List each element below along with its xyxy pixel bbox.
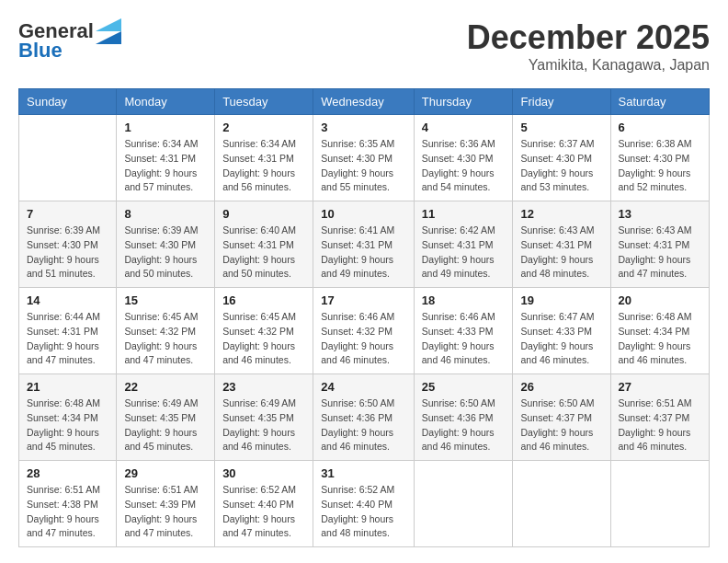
- day-info: Sunrise: 6:35 AM Sunset: 4:30 PM Dayligh…: [321, 137, 406, 195]
- calendar-row-4: 28Sunrise: 6:51 AM Sunset: 4:38 PM Dayli…: [19, 461, 710, 547]
- day-number: 28: [27, 466, 108, 480]
- day-info: Sunrise: 6:51 AM Sunset: 4:37 PM Dayligh…: [619, 396, 701, 454]
- calendar-cell: 6Sunrise: 6:38 AM Sunset: 4:30 PM Daylig…: [610, 115, 709, 201]
- day-number: 5: [520, 121, 602, 134]
- day-number: 16: [222, 293, 305, 307]
- day-info: Sunrise: 6:51 AM Sunset: 4:39 PM Dayligh…: [124, 483, 207, 541]
- day-number: 21: [27, 380, 108, 394]
- day-number: 17: [321, 293, 406, 307]
- calendar-cell: 12Sunrise: 6:43 AM Sunset: 4:31 PM Dayli…: [513, 201, 610, 288]
- calendar-cell: 10Sunrise: 6:41 AM Sunset: 4:31 PM Dayli…: [313, 201, 415, 288]
- calendar-header-thursday: Thursday: [414, 89, 513, 115]
- month-title: December 2025: [467, 18, 710, 57]
- day-info: Sunrise: 6:43 AM Sunset: 4:31 PM Dayligh…: [520, 224, 602, 282]
- day-number: 13: [619, 207, 701, 221]
- day-number: 19: [520, 293, 602, 307]
- day-info: Sunrise: 6:45 AM Sunset: 4:32 PM Dayligh…: [124, 310, 207, 368]
- calendar-cell: 11Sunrise: 6:42 AM Sunset: 4:31 PM Dayli…: [414, 201, 513, 288]
- day-number: 29: [124, 466, 207, 480]
- calendar-table: SundayMondayTuesdayWednesdayThursdayFrid…: [18, 88, 710, 547]
- day-info: Sunrise: 6:36 AM Sunset: 4:30 PM Dayligh…: [422, 137, 506, 195]
- day-number: 10: [321, 207, 406, 221]
- day-info: Sunrise: 6:50 AM Sunset: 4:36 PM Dayligh…: [422, 396, 506, 454]
- calendar-cell: 1Sunrise: 6:34 AM Sunset: 4:31 PM Daylig…: [117, 115, 215, 201]
- day-info: Sunrise: 6:50 AM Sunset: 4:37 PM Dayligh…: [520, 396, 602, 454]
- day-number: 20: [619, 293, 701, 307]
- day-info: Sunrise: 6:49 AM Sunset: 4:35 PM Dayligh…: [124, 396, 207, 454]
- calendar-cell: 5Sunrise: 6:37 AM Sunset: 4:30 PM Daylig…: [513, 115, 610, 201]
- calendar-header-friday: Friday: [513, 89, 610, 115]
- day-info: Sunrise: 6:52 AM Sunset: 4:40 PM Dayligh…: [222, 483, 305, 541]
- day-number: 12: [520, 207, 602, 221]
- day-number: 27: [619, 380, 701, 394]
- calendar-cell: 16Sunrise: 6:45 AM Sunset: 4:32 PM Dayli…: [215, 288, 313, 374]
- day-number: 7: [27, 207, 108, 221]
- calendar-row-1: 7Sunrise: 6:39 AM Sunset: 4:30 PM Daylig…: [19, 201, 710, 288]
- calendar-cell: 7Sunrise: 6:39 AM Sunset: 4:30 PM Daylig…: [19, 201, 117, 288]
- svg-marker-1: [96, 18, 121, 31]
- calendar-header-row: SundayMondayTuesdayWednesdayThursdayFrid…: [19, 89, 710, 115]
- calendar-cell: 4Sunrise: 6:36 AM Sunset: 4:30 PM Daylig…: [414, 115, 513, 201]
- day-number: 30: [222, 466, 305, 480]
- day-number: 6: [619, 121, 701, 134]
- calendar-cell: 29Sunrise: 6:51 AM Sunset: 4:39 PM Dayli…: [117, 461, 215, 547]
- calendar-cell: 8Sunrise: 6:39 AM Sunset: 4:30 PM Daylig…: [117, 201, 215, 288]
- calendar-cell: 20Sunrise: 6:48 AM Sunset: 4:34 PM Dayli…: [610, 288, 709, 374]
- calendar-cell: 9Sunrise: 6:40 AM Sunset: 4:31 PM Daylig…: [215, 201, 313, 288]
- day-info: Sunrise: 6:41 AM Sunset: 4:31 PM Dayligh…: [321, 224, 406, 282]
- calendar-cell: [414, 461, 513, 547]
- day-info: Sunrise: 6:51 AM Sunset: 4:38 PM Dayligh…: [27, 483, 108, 541]
- day-number: 15: [124, 293, 207, 307]
- day-info: Sunrise: 6:39 AM Sunset: 4:30 PM Dayligh…: [124, 224, 207, 282]
- day-number: 1: [124, 121, 207, 134]
- calendar-cell: 22Sunrise: 6:49 AM Sunset: 4:35 PM Dayli…: [117, 374, 215, 461]
- calendar-cell: 24Sunrise: 6:50 AM Sunset: 4:36 PM Dayli…: [313, 374, 415, 461]
- calendar-cell: 13Sunrise: 6:43 AM Sunset: 4:31 PM Dayli…: [610, 201, 709, 288]
- day-info: Sunrise: 6:37 AM Sunset: 4:30 PM Dayligh…: [520, 137, 602, 195]
- day-info: Sunrise: 6:48 AM Sunset: 4:34 PM Dayligh…: [619, 310, 701, 368]
- day-info: Sunrise: 6:50 AM Sunset: 4:36 PM Dayligh…: [321, 396, 406, 454]
- day-number: 3: [321, 121, 406, 134]
- calendar-cell: 3Sunrise: 6:35 AM Sunset: 4:30 PM Daylig…: [313, 115, 415, 201]
- calendar-cell: 21Sunrise: 6:48 AM Sunset: 4:34 PM Dayli…: [19, 374, 117, 461]
- calendar-header-sunday: Sunday: [19, 89, 117, 115]
- day-number: 8: [124, 207, 207, 221]
- calendar-cell: [513, 461, 610, 547]
- day-number: 2: [222, 121, 305, 134]
- calendar-row-2: 14Sunrise: 6:44 AM Sunset: 4:31 PM Dayli…: [19, 288, 710, 374]
- calendar-body: 1Sunrise: 6:34 AM Sunset: 4:31 PM Daylig…: [19, 115, 710, 547]
- calendar-row-3: 21Sunrise: 6:48 AM Sunset: 4:34 PM Dayli…: [19, 374, 710, 461]
- day-info: Sunrise: 6:46 AM Sunset: 4:32 PM Dayligh…: [321, 310, 406, 368]
- day-number: 26: [520, 380, 602, 394]
- calendar-cell: 2Sunrise: 6:34 AM Sunset: 4:31 PM Daylig…: [215, 115, 313, 201]
- day-number: 4: [422, 121, 506, 134]
- day-info: Sunrise: 6:45 AM Sunset: 4:32 PM Dayligh…: [222, 310, 305, 368]
- day-number: 31: [321, 466, 406, 480]
- calendar-header-saturday: Saturday: [610, 89, 709, 115]
- calendar-cell: [610, 461, 709, 547]
- day-info: Sunrise: 6:43 AM Sunset: 4:31 PM Dayligh…: [619, 224, 701, 282]
- title-block: December 2025 Yamikita, Kanagawa, Japan: [467, 18, 710, 74]
- day-info: Sunrise: 6:44 AM Sunset: 4:31 PM Dayligh…: [27, 310, 108, 368]
- day-info: Sunrise: 6:34 AM Sunset: 4:31 PM Dayligh…: [124, 137, 207, 195]
- calendar-cell: 31Sunrise: 6:52 AM Sunset: 4:40 PM Dayli…: [313, 461, 415, 547]
- day-number: 14: [27, 293, 108, 307]
- day-number: 9: [222, 207, 305, 221]
- calendar-cell: [19, 115, 117, 201]
- day-info: Sunrise: 6:48 AM Sunset: 4:34 PM Dayligh…: [27, 396, 108, 454]
- calendar-cell: 27Sunrise: 6:51 AM Sunset: 4:37 PM Dayli…: [610, 374, 709, 461]
- location-title: Yamikita, Kanagawa, Japan: [467, 57, 710, 74]
- calendar-header-wednesday: Wednesday: [313, 89, 415, 115]
- calendar-cell: 18Sunrise: 6:46 AM Sunset: 4:33 PM Dayli…: [414, 288, 513, 374]
- svg-marker-0: [96, 31, 121, 44]
- calendar-header-tuesday: Tuesday: [215, 89, 313, 115]
- day-info: Sunrise: 6:46 AM Sunset: 4:33 PM Dayligh…: [422, 310, 506, 368]
- day-number: 22: [124, 380, 207, 394]
- page-header: General Blue December 2025 Yamikita, Kan…: [18, 18, 710, 74]
- calendar-cell: 19Sunrise: 6:47 AM Sunset: 4:33 PM Dayli…: [513, 288, 610, 374]
- day-info: Sunrise: 6:39 AM Sunset: 4:30 PM Dayligh…: [27, 224, 108, 282]
- logo: General Blue: [18, 18, 121, 63]
- day-info: Sunrise: 6:38 AM Sunset: 4:30 PM Dayligh…: [619, 137, 701, 195]
- day-info: Sunrise: 6:42 AM Sunset: 4:31 PM Dayligh…: [422, 224, 506, 282]
- day-info: Sunrise: 6:40 AM Sunset: 4:31 PM Dayligh…: [222, 224, 305, 282]
